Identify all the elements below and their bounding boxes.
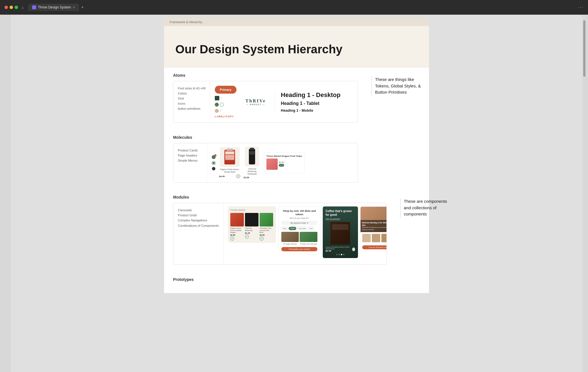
nav-page-headers[interactable]: Page headers bbox=[178, 153, 202, 158]
left-sidebar bbox=[0, 15, 11, 372]
molecules-section-header: Molecules bbox=[164, 129, 367, 140]
dragon-fruit-img bbox=[266, 159, 278, 170]
product-price-tube: $3.99 bbox=[244, 176, 249, 179]
add-coffee[interactable]: + bbox=[352, 247, 355, 251]
discover-lists-button[interactable]: Discover Shopping Lists bbox=[362, 245, 386, 249]
heading-desktop: Heading 1 - Desktop bbox=[281, 91, 340, 99]
content-area[interactable]: Framework & Hierarchy Our Design System … bbox=[11, 15, 582, 372]
circle-outline bbox=[220, 103, 224, 107]
recipe-img-2 bbox=[300, 232, 317, 242]
lifestyle-title: Melissa Hartwig & the Whole 30 diet bbox=[362, 221, 386, 226]
coffee-product-price: $2.99 bbox=[326, 250, 352, 252]
molecules-content: Product Cards Page headers Simple Menus bbox=[164, 140, 367, 189]
personalize-button[interactable]: Personalize your market bbox=[281, 247, 317, 251]
nav-product-cards[interactable]: Product Cards bbox=[178, 148, 202, 153]
thrive-logo: ThRIVe bbox=[246, 98, 266, 104]
coffee-preview: Coffee that's grown for good See our pro… bbox=[323, 206, 358, 258]
shop-values-preview: Shop by over 100 diets and values Who do… bbox=[278, 206, 320, 254]
headings-preview: Heading 1 - Desktop Heading 1 - Tablet H… bbox=[275, 91, 340, 113]
prototypes-label: Prototypes bbox=[173, 277, 420, 282]
product-img-jar bbox=[220, 147, 240, 167]
modules-content: Carousels Product Grids Complex Navigati… bbox=[164, 199, 396, 272]
tag-vegan[interactable]: Vegan bbox=[289, 227, 296, 230]
circle-gray bbox=[215, 109, 219, 113]
nav-font-sizes[interactable]: Font sizes & H1–H9 bbox=[178, 86, 205, 91]
atoms-section: Atoms Font sizes & H1–H9 Colors Grid I bbox=[164, 67, 429, 129]
modules-label: Modules bbox=[173, 195, 189, 199]
product-card-tube: Charcoal Whitening Toothpaste $3.99 bbox=[244, 147, 260, 179]
tag-keto[interactable]: Keto bbox=[281, 227, 288, 230]
hero-section: Our Design System Hierarchy bbox=[164, 26, 429, 67]
modules-nav: Carousels Product Grids Complex Navigati… bbox=[173, 203, 224, 265]
molecules-section: Molecules Product Cards Page headers Sim… bbox=[164, 129, 429, 189]
modules-annotation: These are components and collections of … bbox=[404, 198, 453, 217]
scrollbar-track[interactable] bbox=[582, 15, 588, 372]
carousel-dots bbox=[326, 254, 355, 255]
breadcrumb-text: Framework & Hierarchy bbox=[170, 20, 202, 24]
tag-fair-trade[interactable]: Fair trade bbox=[297, 227, 308, 230]
thrive-logo-sub: — MARKET — bbox=[246, 104, 265, 105]
nav-complex-nav[interactable]: Complex Navigations bbox=[178, 218, 219, 223]
page-container: Framework & Hierarchy Our Design System … bbox=[164, 18, 429, 293]
atoms-nav: Font sizes & H1–H9 Colors Grid Icons but… bbox=[173, 81, 210, 122]
nav-grid[interactable]: Grid bbox=[178, 96, 205, 101]
lp-1 bbox=[362, 234, 371, 242]
green-dot bbox=[212, 161, 215, 165]
carousel-item-3: Chocolate Chip Coconut Nut Bowl $3.99 + bbox=[260, 213, 273, 241]
coffee-title: Coffee that's grown for good bbox=[326, 209, 355, 217]
molecules-label: Molecules bbox=[173, 135, 192, 140]
swatch-plus: + bbox=[220, 97, 222, 100]
molecules-preview: Organic Pasta Sauce, Tomato Basil $4.49 … bbox=[207, 143, 358, 182]
lp-2 bbox=[372, 234, 380, 242]
color-swatch-dark bbox=[215, 96, 219, 100]
breadcrumb: Framework & Hierarchy bbox=[164, 18, 429, 26]
nav-product-grids[interactable]: Product Grids bbox=[178, 213, 219, 218]
product-name-tube: Charcoal Whitening Toothpaste bbox=[244, 168, 260, 175]
product-card-list: Thrive Market Dragon Fruit Chips $2.99 +… bbox=[264, 152, 305, 173]
recipe-grid bbox=[281, 232, 317, 242]
nav-colors[interactable]: Colors bbox=[178, 91, 205, 96]
carousel-title: Family classics bbox=[230, 209, 274, 211]
add-carousel-2[interactable]: + bbox=[245, 235, 249, 239]
label-copy-text: LABEL/COPY bbox=[215, 115, 234, 118]
close-dot[interactable] bbox=[5, 6, 8, 9]
recipe-img-1 bbox=[281, 232, 299, 242]
atoms-annotation-area: These are things like Tokens, Global Sty… bbox=[367, 67, 429, 96]
home-icon[interactable]: ⌂ bbox=[21, 5, 24, 10]
coffee-cta[interactable]: See our process bbox=[326, 218, 355, 220]
primary-button[interactable]: Primary bbox=[215, 86, 236, 94]
maximize-dot[interactable] bbox=[15, 6, 18, 9]
tab-close-button[interactable]: ✕ bbox=[73, 6, 75, 9]
tab-title: Thrive Design System bbox=[38, 5, 71, 9]
browser-menu-button[interactable]: ··· bbox=[578, 5, 583, 10]
cart-badge: + 1 bbox=[279, 164, 284, 167]
add-to-cart-jar[interactable]: + bbox=[236, 174, 240, 178]
tab-area: Thrive Design System ✕ + bbox=[28, 4, 84, 11]
browser-chrome: ⌂ Thrive Design System ✕ + ··· bbox=[0, 0, 588, 15]
new-tab-button[interactable]: + bbox=[81, 5, 84, 10]
tag-nut[interactable]: Nut bbox=[308, 227, 314, 230]
nav-button-primitives[interactable]: button primitives bbox=[178, 106, 205, 111]
lifestyle-sub: Whole30 shopping list essentials by Meli… bbox=[362, 226, 386, 231]
nav-carousels[interactable]: Carousels bbox=[178, 208, 219, 213]
coffee-product-name: Organic Breakfast Blend Coffee, Whole Be… bbox=[326, 246, 352, 250]
shop-who-label: Who do you shop for? bbox=[281, 217, 317, 219]
main-wrapper: Framework & Hierarchy Our Design System … bbox=[0, 15, 588, 372]
circle-plus: + bbox=[220, 109, 221, 112]
nav-icons[interactable]: Icons bbox=[178, 101, 205, 106]
product-price-jar: $4.49 bbox=[219, 175, 225, 178]
minimize-dot[interactable] bbox=[10, 6, 13, 9]
tab-favicon bbox=[32, 5, 36, 9]
modules-section-header: Modules bbox=[164, 189, 396, 199]
active-tab[interactable]: Thrive Design System ✕ bbox=[28, 4, 79, 11]
add-carousel-1[interactable]: + bbox=[230, 237, 234, 241]
scrollbar-thumb[interactable] bbox=[583, 20, 585, 77]
modules-annotation-area: These are components and collections of … bbox=[396, 189, 458, 217]
shop-spouse-select[interactable]: My spouse & kids ▾ bbox=[281, 221, 317, 225]
atoms-label: Atoms bbox=[173, 73, 185, 78]
carousel-items: Organic Harris Farms Chicken Pepper $2.9… bbox=[230, 213, 274, 241]
nav-combinations[interactable]: Combinations of Components bbox=[178, 223, 219, 228]
add-carousel-3[interactable]: + bbox=[260, 237, 264, 241]
nav-simple-menus[interactable]: Simple Menus bbox=[178, 158, 202, 163]
molecules-nav: Product Cards Page headers Simple Menus bbox=[173, 143, 207, 182]
